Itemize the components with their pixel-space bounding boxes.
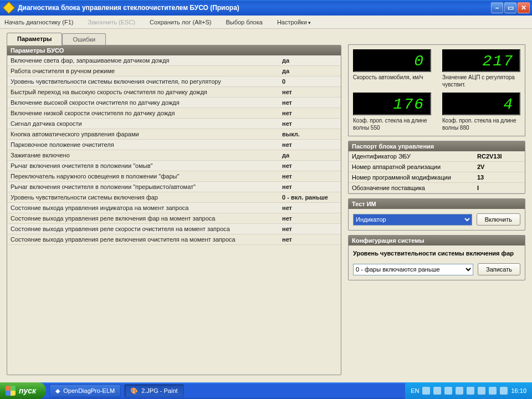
parameter-row[interactable]: Переключатель наружного освещения в поло… bbox=[7, 171, 341, 182]
tab-parameters[interactable]: Параметры bbox=[7, 33, 62, 45]
gauge-value: 176 bbox=[353, 93, 431, 115]
parameter-row[interactable]: Уровень чувствительности системы включен… bbox=[7, 192, 341, 203]
parameter-row[interactable]: Сигнал датчика скоростинет bbox=[7, 119, 341, 129]
maximize-button[interactable]: ▭ bbox=[504, 2, 516, 13]
parameter-row[interactable]: Рычаг включения очистителя в положении "… bbox=[7, 182, 341, 192]
gauge: 0Скорость автомобиля, км/ч bbox=[353, 49, 431, 88]
passport-key: Идентификатор ЭБУ bbox=[352, 153, 477, 160]
parameters-panel: Параметры БУСО Включение света фар, запр… bbox=[7, 45, 341, 375]
menu-stop-diagnostics: Закончить (ESC) bbox=[88, 19, 135, 25]
parameter-label: Включение высокой скорости очистителя по… bbox=[11, 99, 282, 106]
parameter-value: нет bbox=[282, 173, 337, 180]
parameter-label: Состояние выхода управления реле включен… bbox=[11, 236, 282, 243]
config-save-button[interactable]: Записать bbox=[478, 263, 520, 275]
parameter-value: нет bbox=[282, 226, 337, 232]
passport-row: Номер аппаратной реализации2V bbox=[349, 162, 525, 172]
parameter-value: нет bbox=[282, 120, 337, 127]
menu-save-log[interactable]: Сохранить лог (Alt+S) bbox=[150, 19, 211, 25]
parameter-label: Состояние выхода управления реле скорост… bbox=[11, 226, 282, 232]
tray-icon[interactable] bbox=[422, 387, 430, 395]
parameter-label: Состояние выхода управления реле включен… bbox=[11, 215, 282, 222]
parameter-label: Уровень чувствительности системы включен… bbox=[11, 78, 282, 85]
passport-value: 2V bbox=[477, 163, 521, 170]
parameter-label: Работа очистителя в ручном режиме bbox=[11, 68, 282, 74]
menu-settings[interactable]: Настройки▾ bbox=[277, 19, 311, 25]
parameter-row[interactable]: Рычаг включения очистителя в положении "… bbox=[7, 161, 341, 171]
menu-start-diagnostics[interactable]: Начать диагностику (F1) bbox=[4, 19, 73, 25]
parameter-value: 0 bbox=[282, 78, 337, 85]
menu-bar: Начать диагностику (F1) Закончить (ESC) … bbox=[0, 16, 532, 29]
passport-header: Паспорт блока управления bbox=[349, 141, 525, 151]
parameter-value: нет bbox=[282, 215, 337, 222]
parameter-row[interactable]: Состояние выхода управления реле скорост… bbox=[7, 224, 341, 234]
parameter-label: Быстрый переход на высокую скорость очис… bbox=[11, 89, 282, 95]
passport-key: Номер программной модификации bbox=[352, 174, 477, 181]
passport-row: Идентификатор ЭБУRC2V13I bbox=[349, 151, 525, 162]
parameter-label: Переключатель наружного освещения в поло… bbox=[11, 173, 282, 180]
parameter-value: нет bbox=[282, 204, 337, 211]
config-select[interactable]: 0 - фары включаются раньше bbox=[353, 264, 473, 275]
parameter-value: да bbox=[282, 68, 337, 74]
parameter-label: Состояние выхода управления индикатора н… bbox=[11, 204, 282, 211]
parameter-row[interactable]: Состояние выхода управления реле включен… bbox=[7, 213, 341, 224]
gauge-caption: Коэф. проп. стекла на длине волны 550 bbox=[353, 117, 431, 131]
taskbar-item-paint[interactable]: 🎨 2.JPG - Paint bbox=[124, 384, 183, 397]
app-icon bbox=[3, 2, 16, 14]
close-button[interactable]: ✕ bbox=[518, 2, 530, 13]
parameter-value: да bbox=[282, 152, 337, 158]
parameter-label: Кнопка автоматического управления фарами bbox=[11, 131, 282, 137]
paint-icon: 🎨 bbox=[130, 387, 138, 395]
parameter-value: нет bbox=[282, 141, 337, 148]
test-im-select[interactable]: Индикатор bbox=[353, 214, 472, 226]
parameter-row[interactable]: Включение света фар, запрашиваемое датчи… bbox=[7, 55, 341, 66]
minimize-button[interactable]: – bbox=[491, 2, 503, 13]
parameter-row[interactable]: Парковочное положение очистителянет bbox=[7, 140, 341, 150]
gauge-caption: Скорость автомобиля, км/ч bbox=[353, 74, 431, 81]
parameter-label: Уровень чувствительности системы включен… bbox=[11, 194, 282, 201]
passport-key: Обозначение поставщика bbox=[352, 185, 477, 191]
parameter-label: Парковочное положение очистителя bbox=[11, 141, 282, 148]
parameter-label: Включение низкой скорости очистителя по … bbox=[11, 110, 282, 116]
config-panel: Конфигурация системы Уровень чувствитель… bbox=[348, 235, 525, 280]
start-button[interactable]: пуск bbox=[0, 382, 46, 399]
chevron-down-icon: ▾ bbox=[308, 20, 311, 25]
parameter-value: нет bbox=[282, 162, 337, 169]
config-label: Уровень чувствительности системы включен… bbox=[353, 250, 520, 259]
tray-icon[interactable] bbox=[433, 387, 441, 395]
passport-key: Номер аппаратной реализации bbox=[352, 163, 477, 170]
tray-icon[interactable] bbox=[489, 387, 497, 395]
parameter-row[interactable]: Уровень чувствительности системы включен… bbox=[7, 76, 341, 87]
parameter-row[interactable]: Состояние выхода управления индикатора н… bbox=[7, 203, 341, 213]
tray-icon[interactable] bbox=[444, 387, 452, 395]
parameter-value: нет bbox=[282, 110, 337, 116]
language-indicator[interactable]: EN bbox=[411, 387, 419, 394]
parameter-row[interactable]: Включение низкой скорости очистителя по … bbox=[7, 108, 341, 119]
parameter-value: выкл. bbox=[282, 131, 337, 137]
taskbar-item-opendiag[interactable]: ◆ OpenDiagPro-ELM bbox=[49, 384, 121, 397]
tab-errors[interactable]: Ошибки bbox=[62, 33, 106, 45]
parameter-value: нет bbox=[282, 99, 337, 106]
parameter-row[interactable]: Быстрый переход на высокую скорость очис… bbox=[7, 87, 341, 98]
parameter-value: нет bbox=[282, 183, 337, 190]
passport-panel: Паспорт блока управления Идентификатор Э… bbox=[348, 141, 525, 194]
menu-select-block[interactable]: Выбор блока bbox=[226, 19, 262, 25]
parameter-label: Зажигание включено bbox=[11, 152, 282, 158]
taskbar: пуск ◆ OpenDiagPro-ELM 🎨 2.JPG - Paint E… bbox=[0, 382, 532, 399]
tray-icon[interactable] bbox=[456, 387, 463, 395]
tray-icon[interactable] bbox=[500, 387, 508, 395]
clock[interactable]: 16:10 bbox=[511, 387, 526, 394]
passport-value: RC2V13I bbox=[477, 153, 521, 160]
gauge-value: 0 bbox=[353, 49, 431, 72]
parameter-row[interactable]: Работа очистителя в ручном режимеда bbox=[7, 66, 341, 76]
system-tray: EN 16:10 bbox=[405, 382, 532, 399]
gauge-value: 4 bbox=[442, 93, 520, 115]
parameter-row[interactable]: Включение высокой скорости очистителя по… bbox=[7, 98, 341, 108]
parameter-row[interactable]: Состояние выхода управления реле включен… bbox=[7, 234, 341, 245]
parameter-row[interactable]: Зажигание включенода bbox=[7, 150, 341, 161]
window-titlebar: Диагностика блока управления стеклоочист… bbox=[0, 0, 532, 16]
tray-icon[interactable] bbox=[467, 387, 474, 395]
parameter-label: Сигнал датчика скорости bbox=[11, 120, 282, 127]
parameter-row[interactable]: Кнопка автоматического управления фарами… bbox=[7, 129, 341, 140]
tray-icon[interactable] bbox=[478, 387, 485, 395]
test-im-button[interactable]: Включить bbox=[477, 213, 520, 226]
